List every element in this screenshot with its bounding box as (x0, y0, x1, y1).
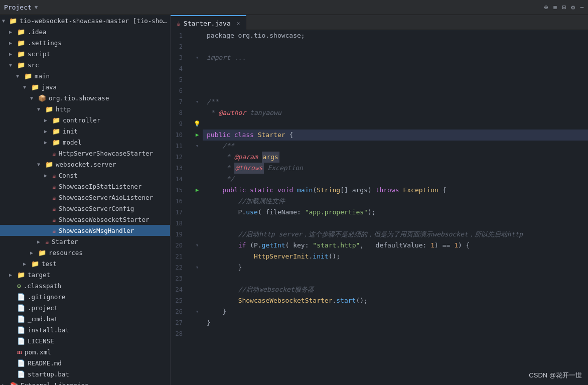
tree-item-init[interactable]: ▶📁init (0, 125, 170, 137)
tree-item-ShowcaseWebsocketStarter[interactable]: ☕ShowcaseWebsocketStarter (0, 214, 170, 225)
tree-item-http[interactable]: ▼📁http (0, 103, 170, 114)
code-line-23 (203, 273, 588, 284)
tree-item-orgtio[interactable]: ▼📦org.tio.showcase (0, 92, 170, 103)
tree-item-cmdbat[interactable]: 📄_cmd.bat (0, 313, 170, 324)
tree-arrow-resources[interactable]: ▶ (30, 250, 37, 255)
minimize-icon[interactable]: − (580, 4, 584, 11)
tree-item-Const[interactable]: ▶☕Const (0, 170, 170, 181)
tree-arrow-test[interactable]: ▶ (23, 261, 30, 267)
tree-label-README: README.md (28, 359, 62, 367)
tree-label-main: main (35, 72, 50, 80)
tree-item-pomxml[interactable]: mpom.xml (0, 346, 170, 357)
new-file-icon[interactable]: ⊕ (544, 4, 548, 11)
tab-starter-java[interactable]: ☕ Starter.java ✕ (171, 15, 246, 30)
tree-icon-ShowcaseWebsocketStarter: ☕ (52, 216, 56, 223)
tree-item-idea[interactable]: ▶📁.idea (0, 26, 170, 37)
gutter-6 (192, 85, 203, 96)
line-number-6: 6 (171, 85, 187, 96)
gutter-27 (192, 317, 203, 328)
gutter-13 (192, 163, 203, 174)
tree-arrow-target[interactable]: ▶ (9, 272, 16, 278)
tree-item-ShowcaseServerConfig[interactable]: ☕ShowcaseServerConfig (0, 203, 170, 214)
title-arrow[interactable]: ▼ (35, 4, 38, 11)
tree-label-script: script (28, 50, 50, 58)
tree-item-gitignore[interactable]: 📄.gitignore (0, 291, 170, 302)
tree-icon-idea: 📁 (17, 28, 25, 36)
tree-item-controller[interactable]: ▶📁controller (0, 114, 170, 125)
tree-item-HttpServerShowcaseStarter[interactable]: ☕HttpServerShowcaseStarter (0, 148, 170, 159)
gutter-19 (192, 229, 203, 240)
tree-item-target[interactable]: ▶📁target (0, 269, 170, 280)
tree-arrow-Starter[interactable]: ▶ (37, 239, 44, 244)
line-number-3: 3 (171, 52, 187, 63)
code-line-1: package org.tio.showcase; (203, 30, 588, 41)
tree-item-ShowcaseServerAioListener[interactable]: ☕ShowcaseServerAioListener (0, 192, 170, 203)
code-line-26: } (203, 306, 588, 317)
gutter-8 (192, 107, 203, 118)
tree-label-HttpServerShowcaseStarter: HttpServerShowcaseStarter (59, 150, 153, 157)
settings-icon[interactable]: ⚙ (571, 4, 575, 11)
tree-item-root[interactable]: ▼📁tio-websocket-showcase-master [tio-sho… (0, 15, 170, 26)
tree-icon-settings: 📁 (17, 39, 25, 47)
line-number-1: 1 (171, 30, 187, 41)
tree-icon-websocket: 📁 (45, 161, 53, 168)
tree-label-settings: .settings (28, 39, 62, 47)
tree-item-main[interactable]: ▼📁main (0, 70, 170, 81)
tree-item-ShowcaseWsMsgHandler[interactable]: ☕ShowcaseWsMsgHandler (0, 225, 170, 236)
structure-icon[interactable]: ≡ (553, 4, 557, 11)
tree-arrow-src[interactable]: ▼ (9, 62, 16, 68)
tree-item-ext[interactable]: ▶📚External Libraries (0, 379, 170, 385)
tree-item-installbat[interactable]: 📄install.bat (0, 324, 170, 335)
code-line-3: import ... (203, 52, 588, 63)
tree-item-ShowcaseIpStatListener[interactable]: ☕ShowcaseIpStatListener (0, 181, 170, 192)
tree-arrow-init[interactable]: ▶ (44, 129, 51, 134)
tree-arrow-controller[interactable]: ▶ (44, 117, 51, 123)
tree-item-test[interactable]: ▶📁test (0, 258, 170, 269)
tree-label-websocket: websocket.server (56, 161, 116, 168)
tree-item-classpath[interactable]: ⚙.classpath (0, 280, 170, 291)
gutter-10[interactable]: ▶ (192, 130, 203, 141)
split-icon[interactable]: ⊟ (562, 4, 566, 11)
tree-item-model[interactable]: ▶📁model (0, 137, 170, 148)
tree-arrow-java[interactable]: ▼ (23, 84, 30, 90)
tree-label-gitignore: .gitignore (28, 293, 65, 301)
tree-arrow-http[interactable]: ▼ (37, 106, 44, 112)
tree-arrow-root[interactable]: ▼ (2, 18, 8, 24)
editor-container: ☕ Starter.java ✕ 12345678910111213141516… (171, 15, 588, 385)
tree-item-LICENSE[interactable]: 📄LICENSE (0, 335, 170, 346)
tree-item-settings[interactable]: ▶📁.settings (0, 37, 170, 48)
sidebar: ▼📁tio-websocket-showcase-master [tio-sho… (0, 15, 171, 385)
tree-arrow-idea[interactable]: ▶ (9, 29, 16, 35)
tree-arrow-model[interactable]: ▶ (44, 140, 51, 145)
tree-label-model: model (63, 139, 82, 146)
gutter-15[interactable]: ▶ (192, 185, 203, 196)
tree-item-resources[interactable]: ▶📁resources (0, 247, 170, 258)
tree-item-README[interactable]: 📄README.md (0, 357, 170, 368)
tree-item-src[interactable]: ▼📁src (0, 59, 170, 70)
tree-arrow-ext[interactable]: ▶ (2, 382, 9, 386)
tree-arrow-Const[interactable]: ▶ (44, 173, 51, 178)
tree-arrow-settings[interactable]: ▶ (9, 40, 16, 46)
code-area[interactable]: package org.tio.showcase;import .../** *… (203, 30, 588, 385)
code-line-15: public static void main(String[] args) t… (203, 185, 588, 196)
tree-icon-test: 📁 (31, 260, 39, 268)
code-line-27: } (203, 317, 588, 328)
code-line-22: } (203, 262, 588, 273)
tree-arrow-script[interactable]: ▶ (9, 51, 16, 57)
gutter-26: ▾ (192, 306, 203, 317)
tab-close-icon[interactable]: ✕ (237, 20, 240, 27)
tree-arrow-main[interactable]: ▼ (16, 73, 23, 79)
line-number-9: 9 (171, 118, 187, 130)
tree-item-project[interactable]: 📄.project (0, 302, 170, 313)
tree-item-Starter[interactable]: ▶☕Starter (0, 236, 170, 247)
code-line-25: ShowcaseWebsocketStarter.start(); (203, 295, 588, 306)
tree-label-idea: .idea (28, 28, 47, 36)
tree-item-startup[interactable]: 📄startup.bat (0, 368, 170, 379)
tree-item-websocket[interactable]: ▼📁websocket.server (0, 159, 170, 170)
tree-arrow-websocket[interactable]: ▼ (37, 162, 44, 167)
tree-label-LICENSE: LICENSE (28, 337, 54, 345)
tree-icon-init: 📁 (52, 127, 60, 135)
tree-item-java[interactable]: ▼📁java (0, 81, 170, 92)
tree-arrow-orgtio[interactable]: ▼ (30, 95, 37, 101)
tree-item-script[interactable]: ▶📁script (0, 48, 170, 59)
